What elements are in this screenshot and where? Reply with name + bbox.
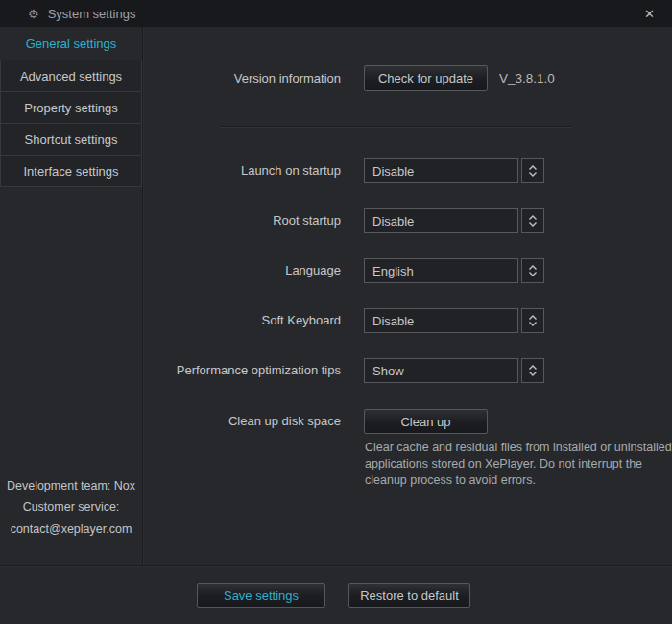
save-settings-button[interactable]: Save settings [197, 583, 325, 608]
system-settings-window: ⚙ System settings ✕ General settings Adv… [0, 0, 672, 624]
tab-label: General settings [26, 36, 117, 51]
language-spinner[interactable] [521, 258, 544, 283]
version-number: V_3.8.1.0 [499, 65, 555, 91]
chevron-up-icon [528, 264, 538, 271]
tab-label: Interface settings [24, 164, 119, 179]
check-for-update-button[interactable]: Check for update [364, 65, 488, 91]
window-title: System settings [48, 7, 136, 21]
chevron-down-icon [528, 171, 538, 178]
customer-service-text: Customer service: [0, 500, 142, 514]
tab-shortcut-settings[interactable]: Shortcut settings [0, 123, 142, 156]
chevron-down-icon [528, 321, 538, 327]
tab-label: Advanced settings [20, 69, 122, 84]
setting-label: Soft Keyboard [154, 308, 341, 333]
setting-label: Performance optimization tips [154, 358, 341, 383]
chevron-down-icon [528, 371, 538, 377]
tab-general-settings[interactable]: General settings [0, 27, 142, 60]
version-label: Version information [154, 65, 341, 91]
cleanup-row: Clean up disk space Clean up [143, 409, 672, 434]
chevron-down-icon [528, 221, 538, 228]
setting-row-root-startup: Root startup Disable [143, 208, 672, 233]
check-for-update-label: Check for update [378, 71, 473, 85]
save-settings-label: Save settings [224, 588, 299, 603]
selected-value: Disable [365, 214, 414, 228]
close-button[interactable]: ✕ [636, 0, 662, 27]
cleanup-description: Clear cache and residual files from inst… [365, 440, 672, 489]
version-row: Version information Check for update V_3… [143, 65, 672, 91]
selected-value: English [365, 264, 414, 278]
general-settings-panel: Version information Check for update V_3… [143, 27, 672, 566]
restore-to-default-button[interactable]: Restore to default [348, 583, 470, 608]
setting-label: Launch on startup [154, 158, 341, 183]
tab-label: Property settings [24, 101, 118, 115]
section-divider [219, 126, 573, 127]
setting-label: Root startup [154, 208, 341, 233]
root-startup-select[interactable]: Disable [364, 208, 518, 233]
restore-to-default-label: Restore to default [360, 588, 459, 603]
footer-bar: Save settings Restore to default [0, 565, 672, 624]
setting-row-performance-tips: Performance optimization tips Show [143, 358, 672, 383]
chevron-up-icon [528, 214, 538, 221]
performance-tips-select[interactable]: Show [364, 358, 518, 383]
clean-up-button-label: Clean up [400, 415, 450, 429]
tab-advanced-settings[interactable]: Advanced settings [0, 60, 142, 92]
selected-value: Disable [365, 164, 414, 179]
language-select[interactable]: English [364, 258, 518, 283]
chevron-down-icon [528, 271, 538, 277]
sidebar: General settings Advanced settings Prope… [0, 27, 143, 566]
tab-property-settings[interactable]: Property settings [0, 91, 142, 124]
chevron-up-icon [528, 364, 538, 371]
contact-email-text: contact@xeplayer.com [0, 522, 142, 536]
selected-value: Disable [365, 314, 414, 328]
tab-label: Shortcut settings [25, 132, 118, 147]
setting-row-language: Language English [143, 258, 672, 283]
performance-tips-spinner[interactable] [521, 358, 544, 383]
setting-row-launch-on-startup: Launch on startup Disable [143, 158, 672, 183]
gear-icon: ⚙ [28, 8, 39, 20]
chevron-up-icon [528, 164, 538, 171]
soft-keyboard-select[interactable]: Disable [364, 308, 518, 333]
launch-on-startup-spinner[interactable] [521, 158, 544, 183]
soft-keyboard-spinner[interactable] [521, 308, 544, 333]
title-bar: ⚙ System settings ✕ [0, 0, 672, 27]
setting-row-soft-keyboard: Soft Keyboard Disable [143, 308, 672, 333]
close-icon: ✕ [644, 7, 655, 21]
launch-on-startup-select[interactable]: Disable [364, 158, 518, 183]
tab-interface-settings[interactable]: Interface settings [0, 155, 142, 187]
cleanup-label: Clean up disk space [154, 409, 341, 434]
setting-label: Language [154, 258, 341, 283]
development-team-text: Development team: Nox [0, 479, 142, 492]
chevron-up-icon [528, 314, 538, 321]
root-startup-spinner[interactable] [521, 208, 544, 233]
clean-up-button[interactable]: Clean up [364, 409, 488, 434]
selected-value: Show [365, 364, 404, 378]
